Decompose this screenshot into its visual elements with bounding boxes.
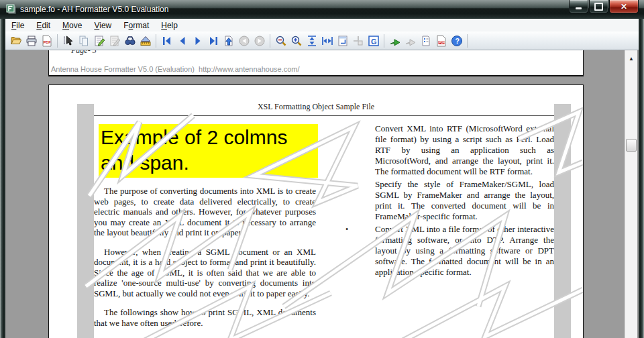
open-folder-icon (10, 35, 22, 47)
edit-properties-button[interactable] (107, 33, 122, 48)
page-number-label: Page- 5 (71, 50, 97, 56)
scroll-up-arrow[interactable]: ▲ (625, 56, 637, 62)
bullet-marker: • (345, 179, 348, 190)
fit-page-width-button[interactable] (319, 33, 335, 48)
menu-move[interactable]: Move (56, 19, 88, 32)
pdf-file-icon: PDF (41, 35, 53, 47)
document-viewport: Page- 5 Antenna House Formatter V5.0 (Ev… (5, 50, 639, 338)
list-item-text: Specify the style of FrameMaker/SGML, lo… (375, 179, 554, 221)
menu-file[interactable]: File (5, 19, 30, 32)
heading-line-1: Example of 2 colmns (101, 125, 318, 150)
open-button[interactable] (8, 33, 23, 48)
app-icon (6, 4, 17, 15)
zoom-out-button[interactable] (273, 33, 288, 48)
title-bar: sample.fo - AH Formatter V5.0 Evaluation… (0, 0, 644, 19)
bullet-marker: • (345, 224, 348, 235)
right-column: • Convert XML into RTF (MicrosoftWord ex… (344, 123, 554, 280)
paragraph: The followings show how to print SGML, X… (94, 307, 316, 328)
close-button[interactable]: ✕ (609, 0, 639, 13)
last-page-button[interactable] (205, 33, 221, 48)
forward-icon (254, 35, 266, 47)
help-button[interactable]: ? (449, 33, 464, 48)
menu-bar: File Edit Move View Format Help (5, 19, 639, 32)
fit-width-icon (321, 35, 333, 47)
pdf-output-icon: PDF (435, 35, 447, 47)
go-to-page-button[interactable] (221, 33, 236, 48)
window-border-right (639, 19, 644, 338)
paragraph: The purpose of converting documents into… (94, 186, 316, 238)
window-controls: ✕ (568, 0, 639, 13)
right-margin-band (554, 104, 571, 338)
select-text-button[interactable] (60, 33, 76, 48)
close-icon: ✕ (621, 2, 627, 11)
last-page-icon (207, 35, 219, 47)
pdf-output-button[interactable]: PDF (433, 33, 449, 48)
paragraph: However, when creating a SGML document o… (94, 247, 316, 299)
next-page-icon (192, 35, 204, 47)
first-page-icon (161, 35, 173, 47)
toolbar-separator (156, 34, 156, 48)
edit-text-button[interactable] (91, 33, 107, 48)
list-item-text: Convert XML into a file format of other … (375, 224, 554, 277)
fit-page-button[interactable] (335, 33, 350, 48)
toolbar-separator (57, 34, 58, 48)
go-to-page-icon (223, 35, 235, 47)
minimize-button[interactable] (569, 0, 588, 13)
heading-line-2: and span. (101, 150, 318, 176)
save-as-pdf-button[interactable]: PDF (39, 33, 54, 48)
previous-page-icon (176, 35, 189, 47)
toolbar-separator (384, 34, 384, 48)
zoom-in-button[interactable] (288, 33, 304, 48)
fit-page-height-button[interactable] (304, 33, 319, 48)
measure-button[interactable] (138, 33, 153, 48)
menu-view[interactable]: View (88, 19, 117, 32)
help-icon: ? (451, 35, 463, 47)
edit-disabled-icon (109, 35, 121, 47)
zoom-in-icon (290, 35, 303, 47)
vertical-scrollbar[interactable]: ▲ (625, 50, 637, 338)
ruler-measure-icon (140, 35, 152, 47)
svg-text:PDF: PDF (43, 40, 51, 44)
scrollbar-thumb[interactable] (626, 139, 637, 152)
toolbar-separator (270, 34, 270, 48)
toolbar-separator (467, 34, 468, 48)
left-margin-band (77, 104, 94, 338)
copy-icon (78, 35, 90, 47)
next-page-button[interactable] (190, 33, 205, 48)
print-button[interactable] (23, 33, 39, 48)
menu-edit[interactable]: Edit (30, 19, 56, 32)
crosshair-icon (352, 35, 364, 47)
pick-point-button[interactable] (350, 33, 366, 48)
text-cursor-icon (62, 35, 74, 47)
run-arrow-disabled-icon (405, 35, 417, 47)
back-button[interactable] (236, 33, 252, 48)
header-rule (94, 115, 554, 116)
edit-pencil-icon (93, 35, 105, 47)
zoom-out-icon (275, 35, 287, 47)
gui-settings-button[interactable]: G (366, 33, 381, 48)
document-page: XSL Formatting Object Sample File Exampl… (48, 84, 584, 338)
binoculars-icon (124, 35, 136, 47)
menu-help[interactable]: Help (155, 19, 184, 32)
fit-height-icon (306, 35, 318, 47)
list-item: • Specify the style of FrameMaker/SGML, … (344, 179, 554, 222)
svg-text:?: ? (455, 37, 459, 45)
stop-formatting-button[interactable] (402, 33, 418, 48)
first-page-button[interactable] (159, 33, 174, 48)
maximize-button[interactable] (589, 0, 608, 13)
bullet-marker: • (345, 123, 348, 134)
run-formatting-button[interactable] (387, 33, 402, 48)
svg-text:PDF: PDF (439, 41, 445, 44)
menu-format[interactable]: Format (117, 19, 155, 32)
copy-button[interactable] (76, 33, 91, 48)
run-arrow-icon (389, 35, 401, 47)
previous-page-button[interactable] (174, 33, 190, 48)
running-header: XSL Formatting Object Sample File (49, 102, 583, 112)
forward-button[interactable] (252, 33, 267, 48)
back-icon (238, 35, 250, 47)
toolbar: PDF G PDF ? (5, 32, 639, 50)
find-button[interactable] (122, 33, 138, 48)
minimize-icon (576, 7, 582, 9)
option-setting-button[interactable] (418, 33, 433, 48)
window-title: sample.fo - AH Formatter V5.0 Evaluation (20, 5, 168, 14)
